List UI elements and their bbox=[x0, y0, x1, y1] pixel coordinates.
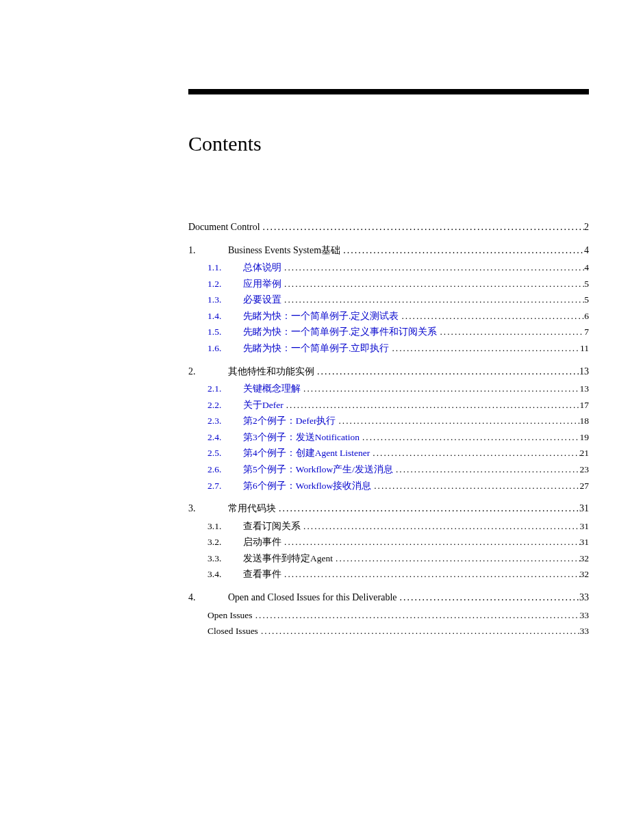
toc-subsection-label: 应用举例 bbox=[243, 277, 281, 291]
toc-subsection-number: 3.2. bbox=[207, 535, 243, 549]
toc-subsection-row[interactable]: 2.6.第5个例子：Workflow产生/发送消息23 bbox=[188, 463, 589, 476]
toc-leader-dots bbox=[281, 261, 584, 275]
toc-page-number: 13 bbox=[580, 382, 590, 396]
toc-page-number: 2 bbox=[584, 220, 589, 234]
toc-leader-dots bbox=[393, 463, 580, 476]
toc-leader-dots bbox=[314, 365, 579, 379]
toc-subsection-label: 第5个例子：Workflow产生/发送消息 bbox=[243, 463, 393, 476]
toc-subsection-row[interactable]: 2.7.第6个例子：Workflow接收消息27 bbox=[188, 479, 589, 493]
toc-page-number: 11 bbox=[580, 342, 589, 355]
toc-section-label: Document Control bbox=[188, 220, 260, 234]
toc-leader-dots bbox=[301, 520, 580, 533]
toc-subsection-label: 查看订阅关系 bbox=[243, 520, 301, 533]
toc-section-row: Document Control2 bbox=[188, 220, 589, 234]
toc-subsection-number: 2.4. bbox=[207, 431, 243, 444]
toc-subsection-row[interactable]: 1.6.先睹为快：一个简单例子.立即执行11 bbox=[188, 342, 589, 355]
toc-subsection-row[interactable]: 1.2.应用举例5 bbox=[188, 277, 589, 291]
toc-leader-dots bbox=[281, 293, 584, 307]
toc-subsection-row: 3.2.启动事件31 bbox=[188, 535, 589, 549]
toc-subsection-number: 2.1. bbox=[207, 382, 243, 396]
toc-indent-row: Closed Issues33 bbox=[188, 624, 589, 638]
toc-subsection-row[interactable]: 2.1.关键概念理解13 bbox=[188, 382, 589, 396]
toc-subsection-row: 3.3.发送事件到特定Agent32 bbox=[188, 552, 589, 565]
toc-page-number: 32 bbox=[580, 552, 590, 565]
toc-subsection-label: 先睹为快：一个简单例子.立即执行 bbox=[243, 342, 389, 355]
toc-subsection-number: 2.7. bbox=[207, 479, 243, 493]
toc-subsection-number: 3.1. bbox=[207, 520, 243, 533]
toc-indent-row: Open Issues33 bbox=[188, 609, 589, 622]
toc-subsection-row[interactable]: 2.4.第3个例子：发送Notification19 bbox=[188, 431, 589, 444]
toc-page-number: 21 bbox=[580, 446, 590, 460]
toc-page-number: 7 bbox=[584, 325, 589, 339]
toc-page-number: 31 bbox=[580, 535, 590, 549]
toc-subsection-label: 第2个例子：Defer执行 bbox=[243, 414, 336, 428]
toc-section-number: 3. bbox=[188, 502, 228, 516]
toc-section-label: 常用代码块 bbox=[228, 502, 276, 516]
toc-subsection-row[interactable]: 2.5.第4个例子：创建Agent Listener21 bbox=[188, 446, 589, 460]
toc-subsection-number: 2.6. bbox=[207, 463, 243, 476]
toc-page-number: 32 bbox=[580, 568, 590, 581]
toc-subsection-number: 1.5. bbox=[207, 325, 243, 339]
toc-section-label: Business Events System基础 bbox=[228, 244, 340, 257]
toc-subsection-row[interactable]: 1.4.先睹为快：一个简单例子.定义测试表6 bbox=[188, 309, 589, 323]
toc-subsection-label: 先睹为快：一个简单例子.定义测试表 bbox=[243, 309, 399, 323]
toc-page-number: 5 bbox=[584, 293, 589, 307]
table-of-contents: Document Control21.Business Events Syste… bbox=[188, 220, 589, 638]
toc-page-number: 13 bbox=[579, 365, 589, 379]
toc-subsection-label: 第3个例子：发送Notification bbox=[243, 431, 360, 444]
toc-page-number: 33 bbox=[580, 624, 590, 638]
toc-leader-dots bbox=[281, 277, 584, 291]
toc-subsection-row[interactable]: 2.3.第2个例子：Defer执行18 bbox=[188, 414, 589, 428]
toc-subsection-label: 第6个例子：Workflow接收消息 bbox=[243, 479, 371, 493]
toc-leader-dots bbox=[370, 446, 579, 460]
toc-leader-dots bbox=[333, 552, 580, 565]
toc-subsection-label: 发送事件到特定Agent bbox=[243, 552, 333, 565]
toc-section-row: 1.Business Events System基础4 bbox=[188, 244, 589, 257]
toc-subsection-number: 1.6. bbox=[207, 342, 243, 355]
toc-subsection-number: 1.3. bbox=[207, 293, 243, 307]
toc-page-number: 23 bbox=[580, 463, 590, 476]
toc-subsection-row: 3.1.查看订阅关系31 bbox=[188, 520, 589, 533]
toc-indent-label: Closed Issues bbox=[207, 624, 258, 638]
toc-page-number: 31 bbox=[579, 502, 589, 516]
toc-sub-group: 1.1.总体说明41.2.应用举例51.3.必要设置51.4.先睹为快：一个简单… bbox=[188, 261, 589, 355]
toc-leader-dots bbox=[399, 309, 584, 323]
toc-subsection-label: 关于Defer bbox=[243, 398, 284, 412]
toc-section-row: 4.Open and Closed Issues for this Delive… bbox=[188, 591, 589, 604]
toc-leader-dots bbox=[276, 502, 579, 516]
toc-indent-label: Open Issues bbox=[207, 609, 253, 622]
toc-subsection-row[interactable]: 1.5.先睹为快：一个简单例子.定义事件和订阅关系7 bbox=[188, 325, 589, 339]
toc-subsection-label: 必要设置 bbox=[243, 293, 281, 307]
toc-page-number: 4 bbox=[584, 261, 589, 275]
toc-sub-group: Open Issues33Closed Issues33 bbox=[188, 609, 589, 638]
toc-leader-dots bbox=[397, 591, 580, 604]
toc-section-row: 3.常用代码块31 bbox=[188, 502, 589, 516]
toc-subsection-number: 1.2. bbox=[207, 277, 243, 291]
contents-heading: Contents bbox=[188, 132, 589, 155]
toc-subsection-number: 3.4. bbox=[207, 568, 243, 581]
toc-subsection-label: 先睹为快：一个简单例子.定义事件和订阅关系 bbox=[243, 325, 437, 339]
toc-subsection-number: 2.2. bbox=[207, 398, 243, 412]
toc-leader-dots bbox=[301, 382, 580, 396]
toc-page-number: 33 bbox=[579, 591, 589, 604]
toc-section-number: 4. bbox=[188, 591, 228, 604]
toc-page-number: 6 bbox=[584, 309, 589, 323]
toc-section-number: 1. bbox=[188, 244, 228, 257]
toc-page-number: 4 bbox=[584, 244, 589, 257]
toc-subsection-row[interactable]: 1.1.总体说明4 bbox=[188, 261, 589, 275]
toc-page-number: 33 bbox=[580, 609, 590, 622]
toc-subsection-row[interactable]: 2.2.关于Defer17 bbox=[188, 398, 589, 412]
toc-leader-dots bbox=[360, 431, 580, 444]
toc-subsection-row: 3.4.查看事件32 bbox=[188, 568, 589, 581]
toc-leader-dots bbox=[340, 244, 584, 257]
toc-leader-dots bbox=[284, 398, 580, 412]
toc-page-number: 5 bbox=[584, 277, 589, 291]
toc-leader-dots bbox=[260, 220, 584, 234]
toc-page-number: 18 bbox=[580, 414, 590, 428]
toc-subsection-row[interactable]: 1.3.必要设置5 bbox=[188, 293, 589, 307]
toc-page-number: 31 bbox=[580, 520, 590, 533]
toc-section-label: 其他特性和功能实例 bbox=[228, 365, 314, 379]
toc-leader-dots bbox=[253, 609, 580, 622]
toc-leader-dots bbox=[336, 414, 579, 428]
toc-section-label: Open and Closed Issues for this Delivera… bbox=[228, 591, 397, 604]
